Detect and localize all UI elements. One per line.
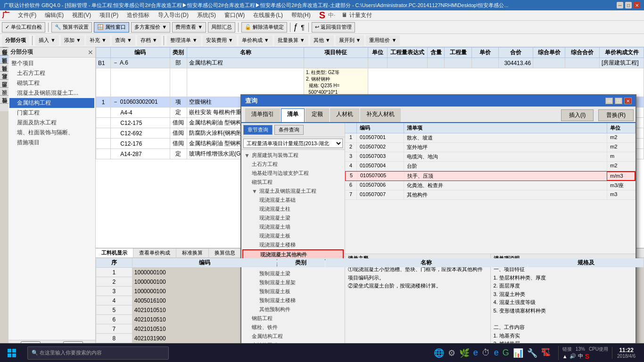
dtree-item-pc-stair[interactable]: 预制混凝土楼梯 xyxy=(242,296,344,305)
btn-batch-convert[interactable]: 批量换算 ▼ xyxy=(274,35,308,46)
taskbar-ie2-icon[interactable]: e xyxy=(494,348,499,358)
dtree-item-masonry[interactable]: 砌筑工程 xyxy=(242,178,344,187)
vtab-fees[interactable]: 费用汇总 xyxy=(0,87,8,95)
btn-insert[interactable]: 插入 ▼ xyxy=(35,35,59,46)
dtree-item-c-foundation[interactable]: 现浇混凝土基础 xyxy=(242,196,344,205)
vtab-other[interactable]: 其他项目 xyxy=(0,71,8,79)
menu-window[interactable]: 窗口(W) xyxy=(221,10,248,20)
btn-others[interactable]: 其他 ▼ xyxy=(310,35,334,46)
vtab-materials[interactable]: 人材机汇总 xyxy=(0,79,8,87)
btn-section[interactable]: 分部分项 xyxy=(2,35,29,46)
menu-help[interactable]: 帮助(H) xyxy=(288,10,314,20)
menu-project[interactable]: 项目(P) xyxy=(96,10,122,20)
dtree-item-concrete[interactable]: ▼混凝土及钢筋混凝土工程 xyxy=(242,187,344,196)
btn-paragraph[interactable]: ¶ xyxy=(301,24,305,31)
btn-fee-view[interactable]: 费用查看 ▼ xyxy=(172,22,206,33)
taskbar-app4-icon[interactable]: 📊 xyxy=(513,348,523,358)
btn-budget-setting[interactable]: 🔧 预算书设置 xyxy=(51,22,92,33)
taskbar-app5-icon[interactable]: 🔧 xyxy=(527,348,537,358)
btn-expand[interactable]: 展开到 ▼ xyxy=(336,35,364,46)
tree-item-measures[interactable]: 措施项目 xyxy=(9,138,94,148)
taskbar-app6-icon[interactable]: 🏗 xyxy=(541,347,551,358)
dlist-row-3[interactable]: 3 010507003 电缆沟、地沟 m xyxy=(345,152,636,162)
btn-archive[interactable]: 存档 ▼ xyxy=(137,35,161,46)
menu-online[interactable]: 在线服务(L) xyxy=(249,10,287,20)
taskbar-app2-icon[interactable]: 🌿 xyxy=(459,348,470,358)
btn-supplement[interactable]: 补充 ▼ xyxy=(86,35,110,46)
vtab-overview[interactable]: 工程概况 xyxy=(0,47,8,55)
btn-chapter-search[interactable]: 章节查询 xyxy=(243,125,272,135)
tree-item-metal[interactable]: 金属结构工程 xyxy=(9,98,94,108)
dialog-close[interactable]: ✕ xyxy=(624,98,632,104)
sidebar-close-btn[interactable]: ✕ xyxy=(88,49,93,56)
vtab-section[interactable]: 分部分项 xyxy=(0,55,8,63)
dtree-item-c-stair[interactable]: 现浇混凝土楼梯 xyxy=(242,240,344,249)
btn-condition-search[interactable]: 条件查询 xyxy=(274,125,304,135)
dtree-item-metal[interactable]: 金属结构工程 xyxy=(242,332,344,341)
dlist-row-5[interactable]: 5 010507005 扶手、压顶 m/m3 xyxy=(345,171,636,181)
dialog-minimize[interactable]: ─ xyxy=(605,98,613,104)
show-desktop-btn[interactable] xyxy=(640,344,644,362)
btab-convert-info[interactable]: 换算信息 xyxy=(209,248,241,257)
btn-local-summary[interactable]: 局部汇总 xyxy=(208,22,235,33)
dtree-item-c-slab[interactable]: 现浇混凝土板 xyxy=(242,231,344,240)
dtree-item-rebar[interactable]: 钢筋工程 xyxy=(242,314,344,323)
btn-unit-price[interactable]: 单价构成 ▼ xyxy=(239,35,272,46)
menu-price-index[interactable]: 造价指标 xyxy=(123,10,153,20)
dlist-row-1[interactable]: 1 010507001 散水、坡道 m2 xyxy=(345,133,636,143)
btn-install-fee[interactable]: 安装费用 ▼ xyxy=(203,35,237,46)
dtree-item-other-pc[interactable]: 其他预制构件 xyxy=(242,305,344,314)
minimize-button[interactable]: ─ xyxy=(617,2,623,8)
dtree-item-c-col[interactable]: 现浇混凝土柱 xyxy=(242,205,344,214)
btn-multi-plan[interactable]: 多方案报价 ▼ xyxy=(131,22,170,33)
vtab-check[interactable]: 符合性检查 xyxy=(0,103,8,111)
tree-item-all[interactable]: 整个项目 xyxy=(9,58,94,68)
vtab-reports[interactable]: 报表 xyxy=(0,95,8,103)
dlist-row-4[interactable]: 4 010507004 台阶 m2 xyxy=(345,162,636,171)
dlist-row-6[interactable]: 6 010507006 化粪池、检查井 m3/座 xyxy=(345,181,636,190)
tree-item-doors[interactable]: 门窗工程 xyxy=(9,108,94,118)
btn-add[interactable]: 添加 ▼ xyxy=(61,35,84,46)
close-button[interactable]: ✕ xyxy=(634,2,640,8)
dtab-list[interactable]: 清单 xyxy=(281,108,305,122)
taskbar-g-icon[interactable]: G xyxy=(503,348,509,358)
filter-select[interactable]: 工程量清单项目计量规范(2013-湖北 xyxy=(243,139,343,148)
cell-code1[interactable]: － 010603002001 xyxy=(111,97,170,107)
btn-insert[interactable]: 插入(I) xyxy=(561,109,594,121)
menu-file[interactable]: 文件(F) xyxy=(14,10,40,20)
dlist-row-2[interactable]: 2 010507002 室外地坪 m2 xyxy=(345,143,636,152)
dlist-row-7[interactable]: 7 010507007 其他构件 m3 xyxy=(345,190,636,200)
taskbar-ie-icon[interactable]: e xyxy=(473,348,478,358)
search-bar[interactable]: 🔍 在这里输入你要搜索的内容 xyxy=(27,346,169,360)
menu-system[interactable]: 系统(S) xyxy=(193,10,220,20)
taskbar-network-icon[interactable]: 🌐 xyxy=(434,348,444,358)
query-dialog[interactable]: 查询 ─ □ ✕ 清单指引 清单 定额 人材机 补充人材机 插入(I) 普换(R… xyxy=(240,94,636,349)
btab-standard[interactable]: 标准换算 xyxy=(176,248,209,257)
menu-edit[interactable]: 编辑(E) xyxy=(41,10,67,20)
btn-properties[interactable]: 🪟 属性窗口 xyxy=(94,22,129,33)
dtab-supplement[interactable]: 补充人材机 xyxy=(360,108,401,122)
start-button[interactable] xyxy=(0,344,24,362)
menu-view[interactable]: 视图(V) xyxy=(68,10,95,20)
btn-return-project[interactable]: ↩ 返回项目管理 xyxy=(312,22,355,33)
menu-payment[interactable]: 🖩 计量支付 xyxy=(338,10,375,20)
dtree-item-bolts[interactable]: 螺栓、铁件 xyxy=(242,323,344,332)
tree-item-earthwork[interactable]: 土石方工程 xyxy=(9,68,94,78)
btn-sort-list[interactable]: 整理清单 ▼ xyxy=(167,35,201,46)
tree-item-roof[interactable]: 屋面及防水工程 xyxy=(9,118,94,128)
taskbar-app1-icon[interactable]: ⚙ xyxy=(448,348,455,358)
dtab-guide[interactable]: 清单指引 xyxy=(245,108,280,122)
dtab-quota[interactable]: 定额 xyxy=(305,108,329,122)
dtree-item-earthwork[interactable]: 土石方工程 xyxy=(242,160,344,169)
taskbar-app3-icon[interactable]: ⏱ xyxy=(482,348,490,358)
btab-labor[interactable]: 工料机显示 xyxy=(96,248,133,257)
dtree-item-pc-slab[interactable]: 预制混凝土板 xyxy=(242,287,344,296)
dtree-item-building[interactable]: ▼房屋建筑与装饰工程 xyxy=(242,151,344,160)
btab-unit-price[interactable]: 查看单价构成 xyxy=(133,248,176,257)
btn-unlock[interactable]: 🔓 解除清单锁定 xyxy=(241,22,287,33)
dtab-materials[interactable]: 人材机 xyxy=(330,108,359,122)
dtree-item-c-wall[interactable]: 现浇混凝土墙 xyxy=(242,222,344,231)
btn-reuse[interactable]: 重用组价 ▼ xyxy=(366,35,400,46)
tree-item-walls[interactable]: 墙、柱面装饰与隔断、 xyxy=(9,128,94,138)
maximize-button[interactable]: □ xyxy=(625,2,632,8)
